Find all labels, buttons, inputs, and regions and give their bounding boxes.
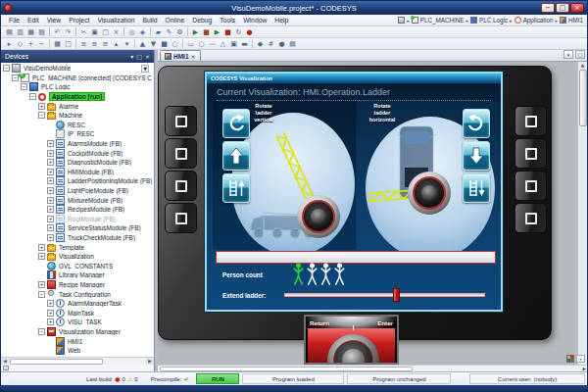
tree-item-resc[interactable]: RESC: [1, 121, 154, 130]
scroll-right-icon[interactable]: ▶: [146, 358, 154, 365]
tree-expander-icon[interactable]: −: [38, 112, 45, 119]
breakpoint-icon[interactable]: ●: [244, 27, 255, 37]
insert-button-icon[interactable]: ▬: [239, 39, 250, 49]
ladder-lower-button[interactable]: [463, 141, 490, 171]
rotate-ladder-cw-button[interactable]: [463, 109, 490, 138]
tree-item-rootmodule-fb[interactable]: + RootModule (FB): [1, 215, 154, 224]
scroll-left-icon[interactable]: ◀: [1, 358, 9, 365]
panel-collapse-icon[interactable]: [3, 366, 9, 370]
tree-item-alarmsmodule-fb[interactable]: + AlarmsModule (FB): [1, 139, 154, 149]
tree-item-task-configuration[interactable]: − Task Configuration: [1, 289, 154, 299]
tree-item-ladderpositioningmodule-fb[interactable]: + LadderPositioningModule (FB): [1, 176, 154, 186]
dock-menu-icon[interactable]: ▾: [130, 53, 133, 60]
tree-item-recipesmodule-fb[interactable]: + RecipesModule (FB): [1, 205, 154, 215]
tree-expander-icon[interactable]: +: [47, 300, 54, 307]
insert-rect-icon[interactable]: ▭: [185, 39, 196, 49]
menu-file[interactable]: File: [5, 17, 24, 24]
scrollbar-thumb[interactable]: [160, 367, 413, 371]
tree-expander-icon[interactable]: +: [47, 187, 54, 194]
tab-hmi1[interactable]: HMI1 ×: [160, 50, 201, 61]
tree-item-cockpitmodule-fb[interactable]: + CockpitModule (FB): [1, 148, 154, 158]
tree-item-visualization-manager[interactable]: − Visualization Manager: [1, 327, 154, 337]
tree-expander-icon[interactable]: +: [47, 150, 54, 157]
scroll-options-icon[interactable]: ▾: [576, 355, 585, 363]
auto-hide-pin-icon[interactable]: □: [136, 53, 142, 60]
rotate-ladder-ccw-button[interactable]: [222, 109, 250, 138]
close-panel-icon[interactable]: ×: [145, 53, 150, 60]
tree-item-plc-logic[interactable]: − PLC Logic: [1, 82, 154, 92]
tree-expander-icon[interactable]: +: [47, 224, 54, 231]
monitoring-icon[interactable]: ◆: [255, 39, 266, 49]
menu-help[interactable]: Help: [270, 17, 292, 24]
tree-item-machine[interactable]: − Machine: [1, 111, 154, 121]
find-icon[interactable]: ◎: [126, 27, 137, 37]
grid-icon[interactable]: ▦: [52, 39, 63, 49]
open-project-icon[interactable]: ▥: [15, 27, 25, 37]
tree-expander-icon[interactable]: −: [3, 65, 10, 72]
breadcrumb-plc-logic[interactable]: PLC Logic: [479, 17, 508, 24]
extend-ladder-slider-track[interactable]: [284, 293, 485, 297]
editor-vertical-scrollbar[interactable]: ▲ ▼: [577, 62, 587, 365]
devices-horizontal-scrollbar[interactable]: ◀ ▶: [1, 357, 154, 365]
device-filter-dropdown-icon[interactable]: ▼: [141, 65, 149, 73]
menu-tools[interactable]: Tools: [216, 17, 239, 24]
tree-item-application-run[interactable]: − Application [run]: [1, 92, 154, 102]
hmi-right-side-button-2[interactable]: [514, 138, 547, 169]
tree-expander-icon[interactable]: +: [38, 281, 45, 288]
single-cycle-icon[interactable]: ↻: [233, 27, 244, 37]
zoom-in-icon[interactable]: +: [25, 39, 36, 49]
flow-control-icon[interactable]: #: [266, 39, 276, 49]
stop-icon[interactable]: ■: [222, 27, 233, 37]
scrollbar-thumb[interactable]: [579, 70, 587, 126]
tree-item-recipe-manager[interactable]: + Recipe Manager: [1, 280, 154, 290]
align-right-icon[interactable]: ≡: [100, 39, 111, 49]
tree-expander-icon[interactable]: +: [47, 206, 54, 213]
undo-icon[interactable]: ↶: [52, 27, 63, 37]
cursor-icon[interactable]: ▸: [4, 39, 15, 49]
hmi-left-side-button-2[interactable]: [165, 138, 197, 169]
insert-line-icon[interactable]: —: [207, 39, 218, 49]
tree-item-plc-machine-connected-codesys-c[interactable]: − PLC_MACHINE [connected] (CODESYS C: [1, 74, 154, 83]
minimize-button[interactable]: −: [541, 3, 555, 13]
tree-expander-icon[interactable]: −: [12, 74, 19, 81]
tree-expander-icon[interactable]: +: [38, 244, 45, 251]
scroll-right-icon[interactable]: ▶: [583, 367, 586, 371]
insert-polygon-icon[interactable]: △: [218, 39, 228, 49]
visualization-mode-icon[interactable]: [566, 355, 574, 363]
tree-expander-icon[interactable]: +: [38, 253, 45, 260]
tab-list-dropdown-icon[interactable]: ▾: [564, 50, 573, 59]
tree-item-alarmmanagertask[interactable]: + AlarmManagerTask: [1, 299, 154, 309]
close-button[interactable]: ×: [570, 3, 584, 13]
tree-expander-icon[interactable]: +: [47, 216, 54, 222]
zoom-out-icon[interactable]: −: [36, 39, 47, 49]
device-log-icon[interactable]: ▤: [287, 39, 298, 49]
tree-item-diagnosticmodule-fb[interactable]: + DiagnosticModule (FB): [1, 158, 154, 168]
tree-expander-icon[interactable]: +: [47, 234, 54, 241]
redo-icon[interactable]: ↷: [63, 27, 74, 37]
edit-object-icon[interactable]: ✎: [164, 27, 174, 37]
ladder-extend-button[interactable]: [222, 173, 250, 203]
align-left-icon[interactable]: ≡: [78, 39, 89, 49]
logout-icon[interactable]: ■: [201, 27, 212, 37]
ladder-raise-button[interactable]: [222, 141, 250, 171]
watch-icon[interactable]: ●: [276, 39, 287, 49]
hmi-right-side-button-1[interactable]: [514, 106, 547, 136]
tree-expander-icon[interactable]: +: [47, 197, 54, 204]
move-icon[interactable]: ◇: [15, 39, 25, 49]
tree-item-hmimodule-fb[interactable]: + HMIModule (FB): [1, 168, 154, 177]
align-center-icon[interactable]: ≡: [89, 39, 100, 49]
menu-visualization[interactable]: Visualization: [93, 17, 138, 24]
hmi-left-side-button-4[interactable]: [165, 203, 197, 233]
paste-icon[interactable]: ▢: [100, 27, 111, 37]
send-back-icon[interactable]: ▼: [148, 39, 159, 49]
tree-expander-icon[interactable]: +: [47, 177, 54, 184]
tree-item-servicestatusmodule-fb[interactable]: + ServiceStatusModule (FB): [1, 223, 154, 233]
breadcrumb-plc-machine[interactable]: PLC_MACHINE: [420, 17, 465, 24]
compile-icon[interactable]: ⚙: [174, 27, 185, 37]
new-project-icon[interactable]: ▤: [4, 27, 15, 37]
start-icon[interactable]: ▶: [212, 27, 222, 37]
menu-window[interactable]: Window: [239, 17, 270, 24]
tree-item-ip-resc[interactable]: IP_RESC: [1, 129, 154, 139]
replace-icon[interactable]: ◈: [137, 27, 148, 37]
breadcrumb-application[interactable]: Application: [523, 17, 554, 24]
